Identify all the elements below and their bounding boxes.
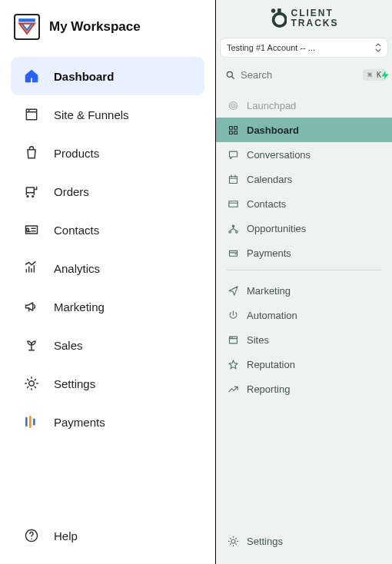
- window-icon: [23, 106, 40, 123]
- sidebar-item-orders[interactable]: Orders: [11, 172, 204, 211]
- gear-icon: [227, 535, 239, 547]
- power-icon: [227, 309, 239, 321]
- sidebar-item-opportunities[interactable]: Opportunities: [216, 216, 392, 241]
- chat-icon: [227, 148, 239, 161]
- workspace-title: My Workspace: [49, 19, 141, 35]
- sidebar-item-payments[interactable]: Payments: [11, 403, 204, 441]
- grid-icon: [227, 124, 239, 136]
- clickfunnels-logo-icon: [14, 14, 40, 40]
- sidebar-item-marketing[interactable]: Marketing: [216, 278, 392, 303]
- sidebar-item-label: Help: [54, 529, 78, 542]
- payments-icon: [23, 413, 40, 430]
- search-icon: [225, 70, 236, 81]
- account-label: Testing #1 Account -- ...: [227, 43, 315, 52]
- svg-rect-2: [277, 8, 281, 15]
- left-sidebar: My Workspace DashboardSite & FunnelsProd…: [0, 0, 215, 564]
- home-icon: [23, 68, 40, 85]
- sidebar-item-label: Dashboard: [54, 70, 114, 83]
- target-icon: [227, 99, 239, 111]
- sidebar-item-label: Reputation: [247, 359, 295, 370]
- svg-rect-0: [18, 18, 35, 22]
- sidebar-item-label: Sales: [54, 339, 83, 352]
- sidebar-item-label: Products: [54, 147, 99, 160]
- sidebar-item-label: Contacts: [54, 224, 99, 237]
- sidebar-item-calendars[interactable]: Calendars: [216, 167, 392, 191]
- search-placeholder: Search: [241, 69, 354, 81]
- wallet-icon: [227, 247, 239, 259]
- id-card-icon: [23, 221, 40, 238]
- plant-icon: [23, 337, 40, 353]
- sidebar-item-label: Launchpad: [247, 100, 296, 111]
- sidebar-item-analytics[interactable]: Analytics: [11, 249, 204, 287]
- sidebar-item-conversations[interactable]: Conversations: [216, 142, 392, 167]
- sidebar-item-site-funnels[interactable]: Site & Funnels: [11, 95, 204, 134]
- sidebar-item-label: Automation: [247, 310, 297, 321]
- sidebar-item-dashboard[interactable]: Dashboard: [11, 57, 204, 95]
- svg-point-1: [273, 14, 286, 27]
- sidebar-item-reputation[interactable]: Reputation: [216, 352, 392, 377]
- sidebar-item-label: Settings: [247, 536, 283, 547]
- sidebar-item-label: Opportunities: [247, 223, 306, 234]
- bag-icon: [23, 144, 40, 161]
- client-tracks-brand: CLIENT TRACKS: [216, 0, 392, 32]
- sidebar-item-label: Settings: [54, 377, 95, 390]
- bolt-icon[interactable]: [380, 70, 390, 81]
- cart-icon: [23, 183, 40, 200]
- svg-point-3: [271, 8, 275, 13]
- star-icon: [227, 358, 239, 370]
- search-input[interactable]: Search: [221, 65, 358, 85]
- sidebar-item-reporting[interactable]: Reporting: [216, 377, 392, 401]
- network-icon: [227, 222, 239, 234]
- left-nav: DashboardSite & FunnelsProductsOrdersCon…: [0, 57, 215, 564]
- right-sidebar: CLIENT TRACKS Testing #1 Account -- ... …: [215, 0, 392, 564]
- divider: [227, 270, 381, 270]
- sidebar-item-label: Site & Funnels: [54, 108, 129, 121]
- sidebar-item-settings[interactable]: Settings: [216, 529, 392, 553]
- right-bottom: Settings: [216, 529, 392, 564]
- megaphone-icon: [23, 298, 40, 315]
- sidebar-item-launchpad[interactable]: Launchpad: [216, 93, 392, 118]
- sidebar-item-label: Contacts: [247, 198, 286, 210]
- sidebar-item-label: Marketing: [247, 285, 291, 297]
- send-icon: [227, 284, 239, 297]
- trend-icon: [227, 383, 239, 395]
- sidebar-item-automation[interactable]: Automation: [216, 303, 392, 327]
- gear-icon: [23, 375, 40, 392]
- sidebar-item-help[interactable]: Help: [11, 516, 204, 555]
- account-selector[interactable]: Testing #1 Account -- ...: [221, 38, 387, 57]
- sidebar-item-contacts[interactable]: Contacts: [216, 191, 392, 216]
- sidebar-item-settings[interactable]: Settings: [11, 364, 204, 403]
- svg-point-4: [227, 71, 232, 77]
- sidebar-item-dashboard[interactable]: Dashboard: [216, 118, 392, 142]
- client-tracks-logo-icon: [270, 6, 287, 31]
- chevron-updown-icon: [375, 43, 381, 52]
- sidebar-item-label: Payments: [54, 416, 105, 429]
- sidebar-item-label: Payments: [247, 247, 291, 259]
- spacer: [11, 441, 204, 516]
- brand-line2: TRACKS: [291, 18, 339, 28]
- workspace-header: My Workspace: [0, 0, 215, 57]
- help-icon: [23, 527, 40, 544]
- sidebar-item-label: Analytics: [54, 262, 100, 275]
- sidebar-item-payments[interactable]: Payments: [216, 241, 392, 265]
- calendar-icon: [227, 173, 239, 185]
- search-row: Search ⌘ K: [221, 65, 387, 85]
- sidebar-item-label: Conversations: [247, 149, 311, 161]
- sidebar-item-products[interactable]: Products: [11, 134, 204, 172]
- sidebar-item-label: Reporting: [247, 383, 290, 395]
- sidebar-item-label: Dashboard: [247, 124, 299, 136]
- sidebar-item-label: Calendars: [247, 174, 292, 185]
- sidebar-item-label: Marketing: [54, 300, 105, 314]
- sidebar-item-label: Sites: [247, 334, 269, 346]
- sidebar-item-contacts[interactable]: Contacts: [11, 211, 204, 249]
- sidebar-item-label: Orders: [54, 185, 89, 198]
- browser-icon: [227, 333, 239, 346]
- sidebar-item-sites[interactable]: Sites: [216, 327, 392, 352]
- sidebar-item-sales[interactable]: Sales: [11, 326, 204, 364]
- right-nav: LaunchpadDashboardConversationsCalendars…: [216, 93, 392, 401]
- analytics-icon: [23, 260, 40, 277]
- card-icon: [227, 197, 239, 210]
- sidebar-item-marketing[interactable]: Marketing: [11, 287, 204, 326]
